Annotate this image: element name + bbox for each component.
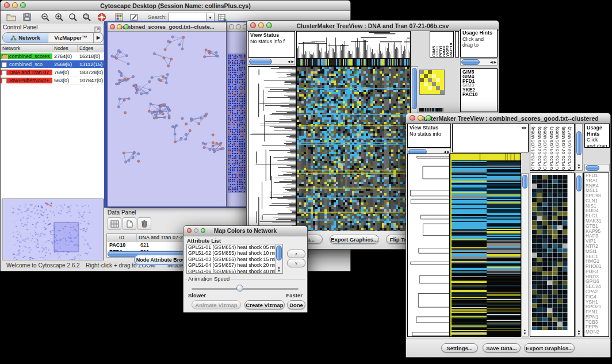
zoom-selected-icon[interactable] <box>81 12 93 22</box>
network-list-header: Network Nodes Edges <box>1 45 104 52</box>
treeview-window-combined: ClusterMaker TreeView : combined_scores_… <box>406 113 611 358</box>
tv1-status-hscrollbar[interactable]: ◀ ▶ <box>248 58 295 65</box>
minimize-button[interactable] <box>12 2 18 8</box>
tv1-view-status-panel: View Status No status info f <box>248 31 295 58</box>
gene-label[interactable]: MON2 <box>586 329 609 335</box>
close-button[interactable] <box>410 115 415 121</box>
tv2-action-button[interactable]: Settings... <box>441 343 478 352</box>
open-file-icon[interactable] <box>5 12 17 22</box>
zoom-fit-icon[interactable] <box>67 12 79 22</box>
frame1-titlebar[interactable]: combined_scores_good.txt--cluste... <box>108 22 226 32</box>
tab-network[interactable]: Network <box>3 33 48 43</box>
control-panel-tabs: Network VizMapper™ ▶ <box>2 32 104 43</box>
tv2-global-vscrollbar[interactable]: ▲▼ <box>521 173 529 336</box>
delete-attribute-icon[interactable] <box>137 217 151 230</box>
tv2-column-tree-area[interactable]: ◀▶ <box>452 124 529 152</box>
tv1-title: ClusterMaker TreeView : DNA and Tran 07-… <box>297 22 449 29</box>
tab-overflow-arrow[interactable]: ▶ <box>94 33 103 43</box>
dialog-action-button[interactable]: Create Vizmap <box>244 300 285 309</box>
frame-close-button[interactable] <box>229 24 234 29</box>
network-view-frame: combined_scores_good.txt--cluste... <box>107 22 227 207</box>
frame-zoom-button[interactable] <box>124 24 129 29</box>
attribute-option[interactable]: GPL51-03 (GSM856) heat shock 15 min <box>187 256 282 262</box>
network-row[interactable]: combined_scores 2764(0) 16218(0) <box>1 52 104 60</box>
search-label: Search: <box>148 14 167 20</box>
new-attribute-icon[interactable] <box>123 217 136 230</box>
dialog-title: Map Colors to Network <box>214 228 277 234</box>
tv1-row-dendrogram[interactable] <box>248 66 296 232</box>
move-down-button[interactable]: ∨ <box>287 259 305 267</box>
save-icon[interactable] <box>21 12 33 22</box>
attribute-option[interactable]: GPL51-02 (GSM855) heat shock 10 min <box>187 250 282 256</box>
speed-slider-track[interactable] <box>192 288 299 290</box>
tv1-column-dendrogram[interactable] <box>296 31 411 59</box>
zoom-button[interactable] <box>426 115 431 121</box>
minimize-button[interactable] <box>418 115 423 121</box>
tv2-titlebar[interactable]: ClusterMaker TreeView : combined_scores_… <box>406 113 610 124</box>
tv2-label-vscrollbar[interactable]: ▲▼ <box>575 124 583 171</box>
attribute-option[interactable]: GPL51-06 (GSM865) heat shock 40 min <box>187 269 282 274</box>
tv2-action-button[interactable]: Export Graphics... <box>524 343 575 352</box>
attribute-list-vscrollbar[interactable]: ▲▼ <box>275 244 282 273</box>
map-colors-dialog: Map Colors to Network Attribute List GPL… <box>183 225 308 313</box>
birdseye-overview[interactable] <box>2 198 104 260</box>
speed-slider-thumb[interactable] <box>236 285 243 292</box>
search-input[interactable] <box>169 13 208 21</box>
tv2-action-button[interactable]: Save Data... <box>483 343 521 352</box>
attribute-list-label: Attribute List <box>187 237 221 244</box>
tv2-zoom-vscrollbar[interactable]: ▲▼ <box>575 173 583 337</box>
tv1-action-button[interactable]: Export Graphics... <box>330 235 379 244</box>
desktop: Cytoscape Desktop (Session Name: collins… <box>0 0 612 364</box>
dialog-titlebar[interactable]: Map Colors to Network <box>183 226 307 236</box>
network-graph-canvas[interactable] <box>108 32 225 206</box>
zoom-in-icon[interactable] <box>53 12 65 22</box>
tv2-zoom-heatmap[interactable] <box>532 175 568 330</box>
control-panel-title: Control Panel <box>3 24 38 30</box>
tv2-zoom-area <box>530 173 575 337</box>
tv1-usage-hscrollbar[interactable]: ◀ ▶ <box>460 58 498 66</box>
tv2-global-heatmap[interactable] <box>450 153 521 337</box>
tv2-view-status-panel: View Status No status info <box>407 124 451 148</box>
tab-vizmapper[interactable]: VizMapper™ <box>48 33 94 43</box>
dialog-action-button[interactable]: Animate Vizmap <box>192 300 241 309</box>
tv2-usage-hscrollbar[interactable] <box>584 164 610 171</box>
tv1-heatmap[interactable] <box>296 66 411 232</box>
close-button[interactable] <box>250 22 256 28</box>
mini-heatmap[interactable] <box>419 70 445 95</box>
zoom-button[interactable] <box>201 228 205 233</box>
main-titlebar[interactable]: Cytoscape Desktop (Session Name: collins… <box>1 1 350 11</box>
frame-close-button[interactable] <box>110 24 115 29</box>
column-label: GPL51-03 (GSM856) <box>542 127 549 170</box>
network-row[interactable]: DNA and Tran 07 769(0) 183728(0) <box>1 68 104 76</box>
detach-panel-icon[interactable] <box>94 25 101 31</box>
move-up-button[interactable]: ∧ <box>287 250 305 258</box>
minimize-button[interactable] <box>194 228 198 233</box>
network-row[interactable]: RNAPuberNov2+ 563(0) 107847(0) <box>1 76 104 85</box>
window-controls <box>4 2 26 8</box>
zoom-button[interactable] <box>266 22 272 28</box>
attribute-option[interactable]: GPL51-04 (GSM857) heat shock 20 min <box>187 262 282 268</box>
tv1-usage-hints-panel: Usage Hints Click and drag to <box>460 29 498 58</box>
close-button[interactable] <box>4 2 10 8</box>
close-button[interactable] <box>187 228 192 233</box>
row-label[interactable]: PAC10 <box>462 93 495 97</box>
animation-speed-label: Animation Speed <box>187 275 231 282</box>
tv1-mini-strip <box>419 108 443 112</box>
frame-minimize-button[interactable] <box>117 24 122 29</box>
slower-label: Slower <box>188 292 206 298</box>
dialog-action-button[interactable]: Done <box>287 300 305 309</box>
attribute-list-rows: GPL51-01 (GSM854) heat shock 05 minGPL51… <box>187 244 282 274</box>
network-row[interactable]: combined_sco 2569(6) 13112(15) <box>1 60 104 68</box>
select-attributes-icon[interactable] <box>108 217 121 230</box>
data-panel-title: Data Panel <box>108 209 136 216</box>
tv2-title: ClusterMaker TreeView : combined_scores_… <box>418 115 598 122</box>
minimize-button[interactable] <box>258 22 264 28</box>
tv2-row-dendrogram[interactable] <box>407 154 450 337</box>
tv1-label-gap <box>455 31 459 58</box>
zoom-out-icon[interactable] <box>40 12 51 22</box>
column-label: GPL51-06 (GSM865) <box>554 127 561 170</box>
attribute-option[interactable]: GPL51-01 (GSM854) heat shock 05 min <box>187 244 282 250</box>
column-label: GPL51-08 (GSM872) <box>567 127 573 170</box>
frame-minimize-button[interactable] <box>236 24 241 29</box>
zoom-button[interactable] <box>20 2 26 8</box>
